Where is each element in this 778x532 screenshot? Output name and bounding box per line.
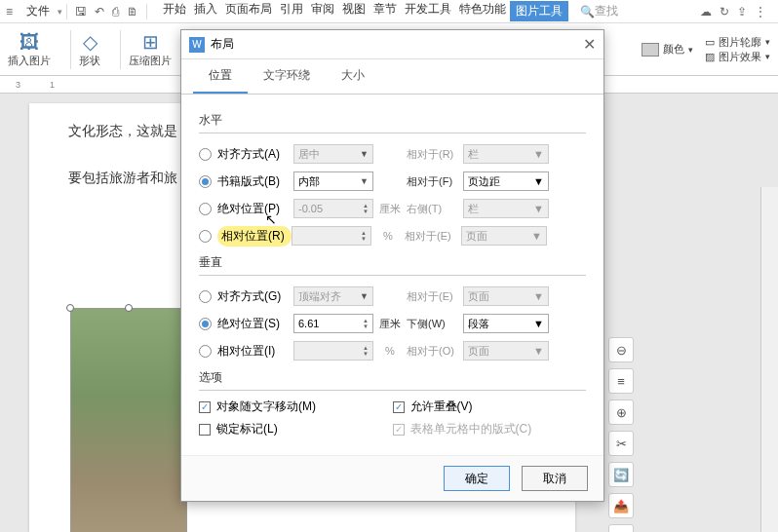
print-icon[interactable]: ⎙: [108, 5, 123, 19]
search-box[interactable]: 🔍 查找: [580, 3, 618, 19]
color-swatch-icon: [642, 43, 659, 57]
rel-label: 相对于(E): [407, 289, 463, 304]
section-horizontal: 水平: [199, 112, 586, 129]
combo-h-book[interactable]: 内部▼: [293, 171, 373, 191]
refresh-icon[interactable]: ↻: [716, 5, 733, 19]
tab-layout[interactable]: 页面布局: [221, 1, 276, 21]
rel-label: 右侧(T): [407, 202, 463, 216]
radio-h-abs[interactable]: [199, 203, 212, 215]
checkbox-lock-anchor[interactable]: [199, 424, 211, 436]
chevron-down-icon[interactable]: ▾: [58, 7, 62, 17]
ok-button[interactable]: 确定: [444, 466, 510, 491]
combo-v-abs-rel[interactable]: 段落▼: [463, 314, 549, 333]
combo-v-align: 顶端对齐▼: [293, 286, 373, 306]
resize-handle[interactable]: [66, 304, 74, 312]
radio-v-abs[interactable]: [199, 318, 212, 330]
combo-h-book-rel[interactable]: 页边距▼: [463, 171, 549, 191]
file-menu[interactable]: 文件: [19, 3, 58, 19]
outline-icon: ▭: [705, 36, 715, 49]
share-icon[interactable]: ⇪: [733, 5, 751, 19]
color-button[interactable]: 颜色▾: [642, 42, 693, 57]
radio-v-rel[interactable]: [199, 345, 212, 358]
compress-icon: ⊞: [142, 30, 159, 54]
menu-bar: ≡ 文件 ▾ 🖫 ↶ ⎙ 🗎 开始 插入 页面布局 引用 审阅 视图 章节 开发…: [0, 0, 778, 23]
wrap-button[interactable]: ≡: [608, 368, 634, 394]
combo-v-align-rel: 页面▼: [463, 286, 549, 306]
combo-h-abs-rel: 栏▼: [463, 199, 549, 218]
tab-ref[interactable]: 引用: [276, 1, 307, 21]
checkbox-allow-overlap[interactable]: ✓: [393, 401, 405, 413]
preview-icon[interactable]: 🗎: [123, 5, 142, 19]
close-button[interactable]: ✕: [583, 35, 596, 54]
rel-label: 相对于(E): [405, 229, 461, 244]
shape-button[interactable]: ◇ 形状: [79, 30, 100, 68]
radio-h-align[interactable]: [199, 148, 212, 161]
combo-h-rel-rel: 页面▼: [461, 226, 547, 246]
search-placeholder: 查找: [595, 3, 618, 19]
radio-label: 绝对位置(P): [217, 201, 293, 217]
input-h-rel: ▲▼: [292, 226, 371, 246]
rel-label: 相对于(F): [407, 174, 463, 189]
tab-view[interactable]: 视图: [338, 1, 370, 21]
tab-size[interactable]: 大小: [326, 59, 380, 94]
more-button[interactable]: ⋯: [608, 524, 634, 532]
insert-picture-button[interactable]: 🖼 插入图片: [8, 31, 51, 68]
section-vertical: 垂直: [199, 254, 586, 271]
zoom-button[interactable]: ⊕: [608, 399, 634, 425]
ribbon-label: 压缩图片: [129, 54, 172, 68]
dialog-titlebar[interactable]: W 布局 ✕: [181, 30, 603, 59]
tab-position[interactable]: 位置: [193, 59, 248, 94]
save-icon[interactable]: 🖫: [71, 5, 91, 19]
checkbox-label: 锁定标记(L): [216, 421, 278, 437]
rel-label: 相对于(O): [407, 344, 463, 359]
dialog-title: 布局: [211, 36, 234, 53]
tab-special[interactable]: 特色功能: [455, 1, 510, 21]
tab-chapter[interactable]: 章节: [370, 1, 401, 21]
crop-button[interactable]: ✂: [608, 431, 634, 456]
layout-dialog: W 布局 ✕ 位置 文字环绕 大小 水平 对齐方式(A) 居中▼ 相对于(R) …: [180, 29, 604, 502]
cloud-icon[interactable]: ☁: [696, 5, 716, 19]
radio-label: 相对位置(I): [217, 343, 293, 360]
tab-start[interactable]: 开始: [159, 1, 190, 21]
search-icon: 🔍: [580, 5, 595, 19]
tab-dev[interactable]: 开发工具: [401, 1, 455, 21]
effect-button[interactable]: ▨ 图片效果▾: [705, 50, 770, 64]
selected-image[interactable]: [70, 308, 187, 532]
checkbox-table-cell: ✓: [393, 424, 405, 436]
dialog-tabs: 位置 文字环绕 大小: [181, 59, 603, 95]
radio-h-book[interactable]: [199, 175, 212, 188]
export-button[interactable]: 📤: [608, 493, 634, 518]
collapsed-panel[interactable]: [760, 187, 778, 532]
dialog-footer: 确定 取消: [181, 455, 603, 501]
ribbon-label: 形状: [79, 54, 100, 68]
more-icon[interactable]: ⋮: [751, 5, 770, 19]
unit-label[interactable]: 厘米: [373, 317, 407, 331]
resize-handle[interactable]: [125, 304, 133, 312]
unit-label[interactable]: 厘米: [373, 202, 407, 216]
tab-wrap[interactable]: 文字环绕: [248, 59, 326, 94]
radio-label: 绝对位置(S): [217, 316, 293, 332]
tab-review[interactable]: 审阅: [307, 1, 338, 21]
checkbox-label: 允许重叠(V): [410, 399, 473, 415]
cancel-button[interactable]: 取消: [522, 466, 588, 491]
undo-icon[interactable]: ↶: [91, 5, 108, 19]
combo-h-align: 居中▼: [293, 144, 373, 164]
tab-picture-tools[interactable]: 图片工具: [510, 1, 568, 21]
compress-button[interactable]: ⊞ 压缩图片: [129, 30, 172, 68]
minus-button[interactable]: ⊖: [608, 337, 634, 362]
section-options: 选项: [199, 369, 586, 386]
effect-icon: ▨: [705, 51, 715, 63]
radio-label: 书籍版式(B): [217, 173, 293, 190]
hamburger-icon[interactable]: ≡: [0, 5, 19, 19]
radio-h-rel[interactable]: [199, 230, 212, 243]
input-v-abs[interactable]: 6.61▲▼: [293, 314, 373, 333]
unit-label: %: [373, 345, 407, 357]
ribbon-label: 插入图片: [8, 54, 51, 68]
outline-button[interactable]: ▭ 图片轮廓▾: [705, 35, 770, 50]
replace-button[interactable]: 🔄: [608, 462, 634, 487]
combo-h-align-rel: 栏▼: [463, 144, 549, 164]
shape-icon: ◇: [83, 30, 97, 54]
checkbox-move-with-text[interactable]: ✓: [199, 401, 211, 413]
radio-v-align[interactable]: [199, 290, 212, 303]
tab-insert[interactable]: 插入: [190, 1, 221, 21]
